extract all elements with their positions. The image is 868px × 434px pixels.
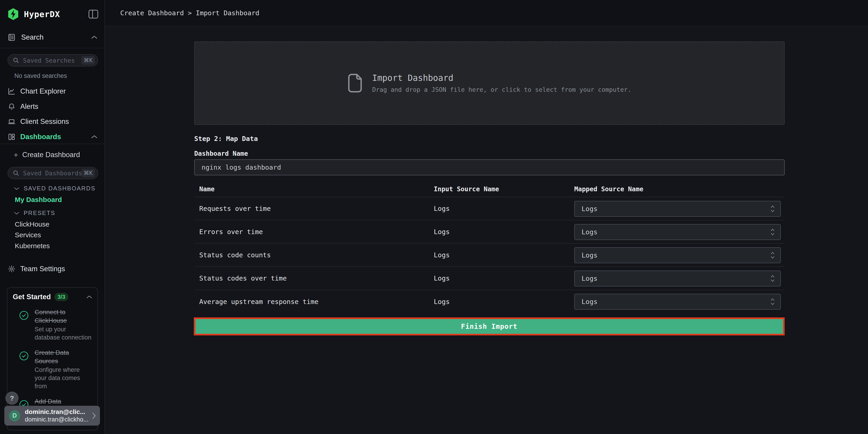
sidebar-item-label: Chart Explorer — [20, 87, 66, 95]
shortcut-badge: ⌘K — [81, 169, 95, 177]
create-dashboard-label: Create Dashboard — [22, 151, 80, 159]
mapped-source-select[interactable]: Logs — [574, 271, 781, 286]
select-chevrons-icon — [770, 298, 775, 306]
journal-icon — [7, 33, 16, 41]
get-started-header[interactable]: Get Started 3/3 — [7, 288, 97, 301]
plus-icon: + — [14, 151, 18, 159]
sidebar: HyperDX Search Saved Searches ⌘K No save… — [0, 0, 105, 434]
sidebar-item-kubernetes[interactable]: Kubernetes — [15, 242, 50, 250]
select-chevrons-icon — [770, 205, 775, 213]
user-menu[interactable]: D dominic.tran@clic... dominic.tran@clic… — [4, 406, 100, 426]
logo-row: HyperDX — [7, 8, 98, 20]
chevron-down-icon — [14, 187, 20, 190]
finish-import-label: Finish Import — [461, 322, 518, 331]
tile-name-cell: Status codes over time — [199, 267, 287, 290]
sidebar-item-team-settings[interactable]: Team Settings — [7, 263, 98, 275]
divider — [0, 144, 104, 144]
chevron-up-icon — [91, 135, 98, 139]
input-source-cell: Logs — [434, 267, 450, 290]
step-label: Step 2: Map Data — [194, 135, 258, 143]
get-started-item-desc: Set up your database connection — [35, 325, 93, 342]
saved-searches-input[interactable]: Saved Searches ⌘K — [7, 54, 98, 66]
action-highlight-box: Finish Import — [194, 317, 785, 335]
saved-dashboards-input[interactable]: Saved Dashboards ⌘K — [7, 167, 98, 179]
laptop-icon — [7, 118, 16, 125]
dropzone-subtitle: Drag and drop a JSON file here, or click… — [372, 86, 631, 93]
tile-name-cell: Errors over time — [199, 220, 263, 243]
sidebar-item-chart-explorer[interactable]: Chart Explorer — [7, 86, 98, 97]
input-source-cell: Logs — [434, 290, 450, 313]
get-started-progress-badge: 3/3 — [55, 293, 68, 301]
select-chevrons-icon — [770, 228, 775, 236]
tile-name-cell: Requests over time — [199, 197, 271, 220]
gear-icon — [7, 265, 16, 273]
avatar: D — [9, 410, 20, 422]
sidebar-item-dashboards[interactable]: Dashboards — [7, 131, 98, 143]
input-source-cell: Logs — [434, 220, 450, 243]
get-started-item-connect[interactable]: Connect to ClickHouse Set up your databa… — [7, 308, 97, 342]
mapped-source-select[interactable]: Logs — [574, 201, 781, 217]
app-title: HyperDX — [24, 9, 60, 19]
dashboard-name-input[interactable]: nginx logs dashboard — [194, 159, 785, 175]
dropzone-title: Import Dashboard — [372, 73, 631, 83]
search-icon — [12, 169, 19, 177]
selected-value: Logs — [582, 298, 770, 306]
presets-group-header[interactable]: PRESETS — [14, 210, 55, 217]
hyperdx-logo-icon — [7, 8, 19, 20]
chevron-up-icon — [91, 35, 98, 39]
get-started-item-title: Add Data — [35, 397, 93, 406]
group-label-text: PRESETS — [24, 210, 55, 217]
selected-value: Logs — [582, 205, 770, 213]
table-row: Status codes over time Logs Logs — [194, 267, 785, 290]
chevron-up-icon — [86, 295, 92, 299]
tile-name-cell: Average upstream response time — [199, 290, 318, 313]
get-started-item-title: Create Data Sources — [35, 348, 93, 365]
sidebar-item-label: Dashboards — [20, 133, 61, 141]
selected-value: Logs — [582, 228, 770, 236]
sidebar-section-search[interactable]: Search — [7, 32, 98, 43]
saved-dashboards-placeholder: Saved Dashboards — [23, 169, 81, 177]
layout-grid-icon — [7, 133, 16, 141]
user-email: dominic.tran@clickho... — [25, 416, 92, 423]
mapped-source-select[interactable]: Logs — [574, 224, 781, 240]
mapped-source-select[interactable]: Logs — [574, 247, 781, 263]
table-row: Errors over time Logs Logs — [194, 220, 785, 244]
selected-value: Logs — [582, 251, 770, 259]
column-header-input-source: Input Source Name — [434, 185, 499, 193]
breadcrumb: Create Dashboard > Import Dashboard — [120, 0, 259, 26]
group-label-text: SAVED DASHBOARDS — [24, 185, 95, 192]
mapping-table: Requests over time Logs Logs Errors over… — [194, 197, 785, 313]
table-row: Average upstream response time Logs Logs — [194, 290, 785, 313]
column-header-name: Name — [199, 185, 215, 193]
no-saved-searches-note: No saved searches — [14, 72, 67, 80]
sidebar-item-client-sessions[interactable]: Client Sessions — [7, 116, 98, 127]
sidebar-item-clickhouse[interactable]: ClickHouse — [15, 220, 50, 228]
search-icon — [12, 57, 19, 64]
help-button[interactable]: ? — [5, 392, 19, 405]
get-started-item-sources[interactable]: Create Data Sources Configure where your… — [7, 348, 97, 390]
tile-name-cell: Status code counts — [199, 244, 271, 267]
sidebar-item-my-dashboard[interactable]: My Dashboard — [15, 196, 62, 204]
chevron-right-icon — [92, 412, 96, 420]
sidebar-item-label: Alerts — [20, 102, 38, 111]
saved-dashboards-group-header[interactable]: SAVED DASHBOARDS — [14, 185, 95, 192]
get-started-title: Get Started — [13, 293, 51, 301]
mapped-source-select[interactable]: Logs — [574, 294, 781, 310]
get-started-item-desc: Configure where your data comes from — [35, 366, 93, 390]
check-circle-icon — [19, 311, 29, 342]
get-started-item-title: Connect to ClickHouse — [35, 308, 93, 325]
sidebar-item-label: Client Sessions — [20, 118, 69, 126]
top-bar: Create Dashboard > Import Dashboard — [105, 0, 868, 26]
check-circle-icon — [19, 351, 29, 390]
divider — [0, 48, 104, 48]
chevron-down-icon — [14, 211, 20, 215]
chart-line-icon — [7, 87, 16, 95]
finish-import-button[interactable]: Finish Import — [195, 319, 783, 334]
create-dashboard-button[interactable]: + Create Dashboard — [14, 150, 80, 160]
file-icon — [348, 73, 362, 93]
sidebar-collapse-icon[interactable] — [89, 10, 98, 19]
import-dropzone[interactable]: Import Dashboard Drag and drop a JSON fi… — [194, 41, 785, 125]
sidebar-item-services[interactable]: Services — [15, 231, 41, 239]
shortcut-badge: ⌘K — [81, 56, 95, 65]
sidebar-item-alerts[interactable]: Alerts — [7, 101, 98, 112]
